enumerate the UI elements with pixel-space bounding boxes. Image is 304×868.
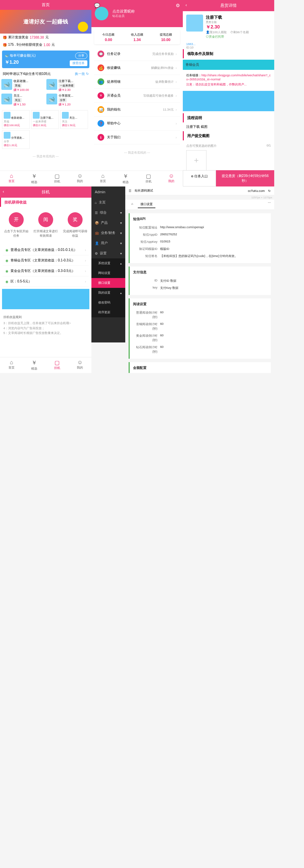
tab-home[interactable]: ⌂首页 [0, 357, 23, 373]
admin-panel: Admin ⌂主页☰综合▾📦产品▾💼业务/财务▾👤用户▾⚙设置▾ 系统设置▴网站… [91, 186, 274, 342]
yen-icon: ￥ [25, 173, 44, 180]
balance-stat[interactable]: 收入总额1.34 [123, 30, 152, 44]
chat-icon[interactable]: 💬 [94, 3, 100, 8]
commission-task[interactable]: 分享朋友...分享佣金1.20元 [2, 130, 30, 149]
menu-item[interactable]: 💬任务记录完成任务拿奖励› [94, 47, 180, 61]
form-row: ID支付ID 数据 [133, 277, 267, 284]
member-zone[interactable]: ◉青铜会员专区（文章浏览收益：0.1-0.3元）› [3, 255, 89, 266]
commission-task[interactable]: 收新老微...其他佣金100.00元 [2, 110, 30, 129]
check-icon: ◉ [5, 269, 8, 273]
step-circle[interactable]: 开点击下方专区开始任务 [3, 212, 29, 238]
form-row: 钻石阅读倒计时(秒)60 [133, 344, 267, 355]
chevron-right-icon: › [176, 94, 177, 98]
form-value[interactable]: 支付Key 数据 [160, 286, 178, 290]
sidebar-item[interactable]: 📦产品▾ [91, 218, 125, 228]
check-icon: ◉ [5, 259, 8, 262]
upload-button[interactable]: + [186, 150, 207, 171]
tab-hangup[interactable]: ▢挂机 [137, 171, 160, 186]
tab-profile[interactable]: ☺我的 [160, 171, 183, 186]
refresh-button[interactable]: 换一批 ↻ [75, 72, 89, 76]
form-value[interactable]: 2865276252 [160, 233, 177, 237]
end-line: --- 我是有底线的 --- [91, 147, 183, 158]
menu-item[interactable]: ❓帮助中心› [94, 117, 180, 131]
chevron-right-icon: › [176, 108, 177, 112]
tab-featured[interactable]: ￥精选 [23, 171, 46, 186]
tab-featured[interactable]: ￥精选 [114, 171, 137, 186]
chevron-down-icon: ▾ [120, 241, 122, 245]
member-zones: ◉普通会员专区（文章浏览收益：0.01-0.1元）›◉青铜会员专区（文章浏览收益… [3, 245, 89, 287]
share-button[interactable]: 分享 [75, 53, 87, 59]
tab-home[interactable]: ⌂首页 [91, 171, 114, 186]
member-zone[interactable]: ◉黄金会员专区（文章浏览收益：0.3-0.5元）› [3, 266, 89, 276]
sidebar-subitem[interactable]: 系统设置▴ [91, 258, 125, 268]
book-icon: ▢ [48, 173, 67, 179]
settings-icon[interactable]: ⚙ [176, 3, 180, 8]
image-placeholder [183, 91, 274, 111]
sidebar-subitem[interactable]: 程序更新 [91, 308, 125, 317]
task-item[interactable]: 🐋收新老微...其他赚￥100.00 [1, 79, 45, 92]
form-value[interactable]: 60 [160, 345, 164, 354]
task-item[interactable]: 🐋注册下载...一起来养猪赚￥2.30 [46, 79, 90, 92]
tab-home-icon[interactable]: ⌂ [129, 201, 136, 208]
member-zone[interactable]: ◉普通会员专区（文章浏览收益：0.01-0.1元）› [3, 245, 89, 255]
admin-main: ☰ 站长源码测试 ccTuKu.com ↻ 1257px × 1273px ⌂ … [125, 186, 274, 342]
nickname[interactable]: 点击设置昵称 [112, 9, 135, 14]
menu-item[interactable]: ￥开通会员等级越高可做任务越多› [94, 89, 180, 103]
chevron-right-icon: › [85, 259, 86, 262]
more-icon[interactable]: ⋯ [268, 201, 271, 208]
form-value[interactable]: 60 [160, 311, 164, 319]
tab-profile[interactable]: ☺我的 [69, 171, 92, 186]
menu-item[interactable]: 📊我的钱包11.34元› [94, 103, 180, 117]
home-screen: 首页 邀请好友 一起赚钱 🎁 累计发放奖金 17388.38 元 🎁 175 .… [0, 0, 91, 186]
task-entry-button[interactable]: ⊕ 任务入口 [183, 170, 216, 186]
sidebar-subitem[interactable]: 修改密码 [91, 298, 125, 308]
balance-stat[interactable]: 提现总额10.00 [151, 30, 180, 44]
form-value[interactable]: 60 [160, 322, 164, 331]
form-value[interactable]: 支付ID 数据 [160, 279, 176, 283]
sidebar-subitem[interactable]: 网站设置 [91, 268, 125, 278]
form-value[interactable]: 010915 [160, 240, 170, 244]
chevron-right-icon: › [176, 80, 177, 84]
sidebar-item[interactable]: ☰综合▾ [91, 208, 125, 218]
sidebar-item[interactable]: 👤用户▾ [91, 238, 125, 248]
form-value[interactable]: 模版ID [160, 247, 169, 251]
sidebar-subitem[interactable]: 我的设置▴ [91, 288, 125, 298]
member-zone[interactable]: ◉区：0.5-5元）› [3, 276, 89, 287]
commission-task[interactable]: 关注...关注佣金1.50元 [60, 110, 88, 129]
menu-item[interactable]: 💰收徒赚钱躺赚徒弟5%佣金› [94, 61, 180, 75]
back-icon[interactable]: ‹ [3, 189, 4, 194]
tab-hangup[interactable]: ▢挂机 [46, 357, 69, 373]
profile-header: 💬 ⚙ 点击设置昵称 钻石会员 [91, 0, 183, 27]
menu-icon[interactable]: ☰ [129, 189, 131, 193]
submit-button[interactable]: 提交悬赏（剩239小时59分钟56秒） [216, 170, 274, 186]
avatar[interactable] [95, 7, 108, 20]
task-item[interactable]: 🐋分享朋友...分享赚￥1.20 [46, 94, 90, 107]
whale-icon [33, 112, 40, 119]
form-value[interactable]: 【米粒科技】您的验证码为{code}，在{time}分钟内有效。 [160, 254, 238, 258]
menu-item[interactable]: 👥徒弟明细徒弟数量统计› [94, 75, 180, 89]
step-circle[interactable]: 阅打开阅读文章进行有效阅读 [32, 212, 59, 238]
back-icon[interactable]: ‹ [186, 3, 187, 7]
featured-task-card[interactable]: 🐋 每单可赚金额(元) ￥1.20 分享 接受任务 [2, 51, 89, 68]
whale-icon: 🐋 [1, 79, 12, 90]
menu-item[interactable]: ℹ关于我们› [94, 131, 180, 144]
refresh-icon[interactable]: ↻ [268, 189, 271, 193]
tab-featured[interactable]: ￥精选 [23, 357, 46, 373]
tab-hangup[interactable]: ▢挂机 [46, 171, 69, 186]
task-item[interactable]: 🐋关注...关注赚￥1.50 [1, 94, 45, 107]
tab-interface-settings[interactable]: 接口设置 [138, 201, 155, 208]
sidebar-item[interactable]: ⌂主页 [91, 197, 125, 208]
commission-task[interactable]: 注册下载...一起来养猪佣金2.30元 [31, 110, 59, 129]
balance-stat[interactable]: 今日总额0.00 [94, 30, 123, 44]
step-circle[interactable]: 奖完成阅读即可获得收益 [62, 212, 89, 238]
accept-task-button[interactable]: 接受任务 [70, 60, 87, 66]
form-value[interactable]: 60 [160, 334, 164, 342]
sidebar-item[interactable]: ⚙设置▾ [91, 248, 125, 258]
form-value[interactable]: http://www.smsbao.com/openapi [160, 225, 204, 230]
invite-banner[interactable]: 邀请好友 一起赚钱 [0, 10, 91, 34]
tab-home[interactable]: ⌂首页 [0, 171, 23, 186]
tab-profile[interactable]: ☺我的 [69, 357, 92, 373]
sidebar-subitem[interactable]: 接口设置 [91, 278, 125, 288]
admin-sidebar: Admin ⌂主页☰综合▾📦产品▾💼业务/财务▾👤用户▾⚙设置▾ 系统设置▴网站… [91, 186, 125, 342]
sidebar-item[interactable]: 💼业务/财务▾ [91, 228, 125, 238]
